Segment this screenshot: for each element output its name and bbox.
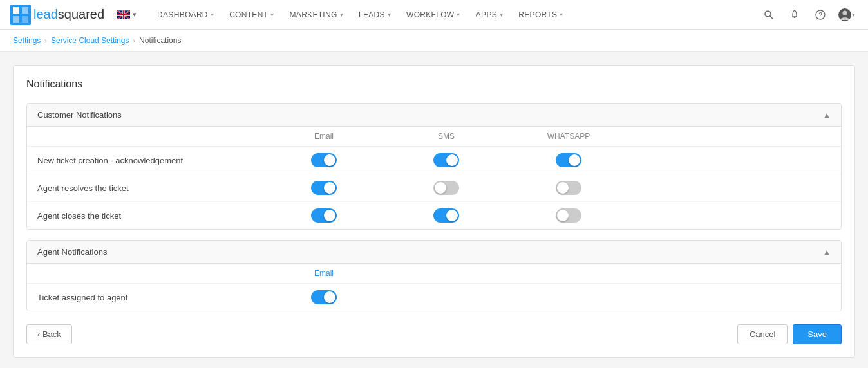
row-2-whatsapp-toggle[interactable]	[556, 181, 581, 195]
toggle-knob	[324, 182, 335, 194]
row-2-whatsapp-cell	[507, 181, 630, 195]
agent-notifications-section: Agent Notifications ▲ Email Ticket assig…	[26, 240, 842, 311]
row-2-sms-toggle[interactable]	[433, 181, 459, 195]
customer-row-3: Agent closes the ticket	[27, 202, 841, 229]
chevron-down-icon: ▾	[457, 11, 460, 18]
save-button[interactable]: Save	[793, 324, 842, 344]
agent-row-1-label: Ticket assigned to agent	[37, 293, 263, 302]
breadcrumb-sep-1: ›	[44, 37, 47, 44]
customer-section-header[interactable]: Customer Notifications ▲	[27, 104, 841, 127]
main-content: Notifications Customer Notifications ▲ E…	[0, 52, 868, 368]
nav-leads[interactable]: LEADS ▾	[351, 0, 399, 30]
nav-reports[interactable]: REPORTS ▾	[511, 0, 571, 30]
logo[interactable]: leadsquared	[10, 5, 104, 25]
svg-rect-8	[794, 17, 796, 18]
row-3-whatsapp-cell	[507, 208, 630, 223]
svg-rect-1	[13, 7, 19, 14]
back-button[interactable]: ‹ Back	[26, 324, 72, 344]
svg-rect-4	[22, 16, 28, 23]
toggle-knob	[324, 210, 335, 221]
toggle-knob	[435, 182, 446, 194]
nav-apps[interactable]: APPS ▾	[468, 0, 511, 30]
row-1-sms-toggle[interactable]	[433, 153, 459, 167]
col-email-header: Email	[263, 132, 385, 141]
toggle-knob	[569, 154, 580, 166]
row-1-whatsapp-cell	[507, 153, 630, 167]
row-1-whatsapp-toggle[interactable]	[556, 153, 581, 167]
row-1-sms-cell	[385, 153, 507, 167]
col-email-agent-header: Email	[263, 269, 385, 278]
collapse-icon[interactable]: ▲	[823, 248, 831, 257]
toggle-knob	[446, 210, 458, 221]
logo-text: leadsquared	[33, 7, 104, 22]
agent-col-headers: Email	[27, 264, 841, 284]
svg-line-7	[770, 16, 773, 19]
nav-items: DASHBOARD ▾ CONTENT ▾ MARKETING ▾ LEADS …	[149, 0, 757, 30]
customer-section-body: Email SMS WHATSAPP New ticket creation -…	[27, 127, 841, 229]
customer-row-1: New ticket creation - acknowledgement	[27, 147, 841, 174]
row-2-label: Agent resolves the ticket	[37, 183, 263, 193]
row-3-label: Agent closes the ticket	[37, 211, 263, 221]
language-selector[interactable]: ▾	[117, 10, 137, 19]
agent-section-body: Email Ticket assigned to agent	[27, 264, 841, 311]
toggle-knob	[446, 154, 458, 166]
help-icon: ?	[815, 10, 826, 20]
chevron-down-icon: ▾	[211, 11, 214, 18]
logo-icon	[10, 5, 31, 25]
nav-workflow[interactable]: WORKFLOW ▾	[399, 0, 468, 30]
svg-point-6	[765, 11, 771, 17]
row-3-sms-toggle[interactable]	[433, 208, 459, 223]
chevron-down-icon: ▾	[388, 11, 391, 18]
breadcrumb-service-cloud[interactable]: Service Cloud Settings	[51, 36, 129, 45]
bell-icon	[789, 10, 800, 20]
chevron-down-icon: ▾	[500, 11, 503, 18]
toggle-knob	[324, 154, 335, 166]
lang-label: ▾	[133, 10, 137, 19]
row-3-email-toggle[interactable]	[311, 208, 337, 223]
customer-section-title: Customer Notifications	[37, 110, 122, 120]
svg-rect-2	[22, 7, 28, 14]
toggle-knob	[324, 291, 335, 303]
collapse-icon[interactable]: ▲	[823, 111, 831, 120]
breadcrumb-sep-2: ›	[133, 37, 135, 44]
nav-marketing[interactable]: MARKETING ▾	[282, 0, 351, 30]
chevron-down-icon: ▾	[340, 11, 343, 18]
row-1-email-cell	[263, 153, 385, 167]
customer-col-headers: Email SMS WHATSAPP	[27, 127, 841, 147]
customer-row-2: Agent resolves the ticket	[27, 174, 841, 202]
customer-notifications-section: Customer Notifications ▲ Email SMS WHATS…	[26, 103, 842, 230]
cancel-button[interactable]: Cancel	[737, 324, 788, 344]
chevron-down-icon: ▾	[560, 11, 563, 18]
agent-row-1-email-cell	[263, 290, 385, 304]
svg-rect-3	[13, 16, 19, 23]
row-3-email-cell	[263, 208, 385, 223]
nav-dashboard[interactable]: DASHBOARD ▾	[149, 0, 222, 30]
breadcrumb-settings[interactable]: Settings	[13, 36, 41, 45]
col-sms-header: SMS	[385, 132, 507, 141]
search-button[interactable]	[757, 3, 780, 26]
page-card: Notifications Customer Notifications ▲ E…	[13, 65, 855, 358]
row-2-email-toggle[interactable]	[311, 181, 337, 195]
avatar-icon	[838, 8, 852, 22]
agent-row-1-email-toggle[interactable]	[311, 290, 337, 304]
nav-actions: ? ▾	[757, 3, 858, 26]
help-button[interactable]: ?	[809, 3, 832, 26]
chevron-down-icon: ▾	[852, 11, 855, 18]
agent-section-header[interactable]: Agent Notifications ▲	[27, 241, 841, 264]
row-3-sms-cell	[385, 208, 507, 223]
search-icon	[764, 10, 774, 20]
row-2-email-cell	[263, 181, 385, 195]
user-avatar-button[interactable]: ▾	[835, 3, 858, 26]
breadcrumb-current: Notifications	[139, 36, 181, 45]
nav-content[interactable]: CONTENT ▾	[222, 0, 281, 30]
breadcrumb: Settings › Service Cloud Settings › Noti…	[0, 30, 868, 52]
notifications-button[interactable]	[783, 3, 806, 26]
agent-row-1: Ticket assigned to agent	[27, 284, 841, 311]
row-3-whatsapp-toggle[interactable]	[556, 208, 581, 223]
footer-actions: ‹ Back Cancel Save	[26, 324, 842, 344]
footer-right-buttons: Cancel Save	[737, 324, 842, 344]
row-1-label: New ticket creation - acknowledgement	[37, 156, 263, 165]
row-1-email-toggle[interactable]	[311, 153, 337, 167]
svg-point-13	[842, 10, 847, 15]
navbar: leadsquared ▾ DASHBOARD ▾ CONTENT ▾ MARK…	[0, 0, 868, 30]
